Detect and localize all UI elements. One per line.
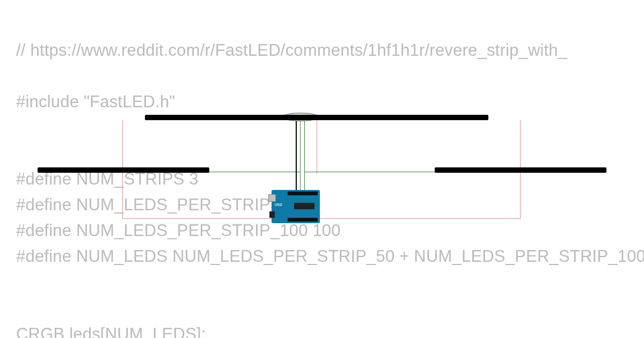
arduino-uno-board[interactable]: UNO [272,190,320,223]
wire-data-vertical [300,120,301,194]
barrel-jack-icon [269,211,275,218]
wire-data-right [305,172,435,172]
wiring-diagram: UNO [0,0,644,338]
wire-5v-drop [317,120,317,174]
led-strip-top[interactable] [145,115,488,120]
pin-header-top [288,192,318,195]
pin-header-bottom [288,218,318,222]
led-strip-left[interactable] [38,167,209,173]
led-strip-right[interactable] [435,167,606,173]
wire-data-vertical [304,120,305,194]
mcu-chip-icon [294,203,314,209]
wire-data-left [209,172,301,172]
usb-port-icon [268,194,276,202]
wire-gnd [296,120,297,194]
board-label: UNO [275,203,282,207]
